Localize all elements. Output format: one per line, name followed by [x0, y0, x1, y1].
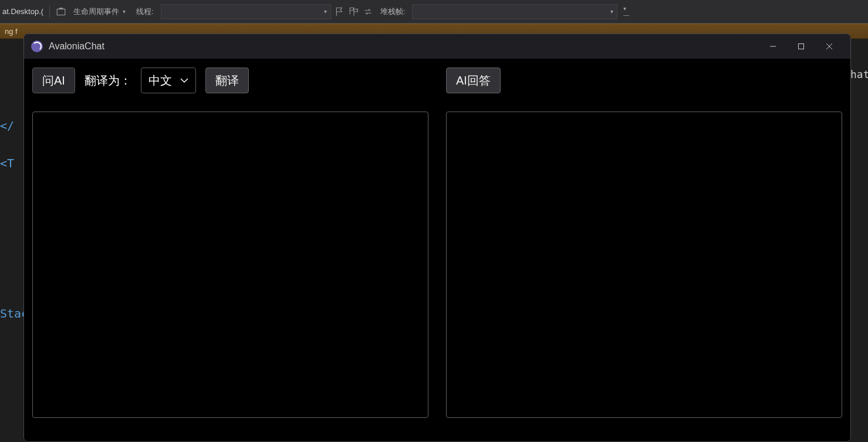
- minimize-icon: [769, 43, 776, 50]
- right-column-header: AI回答: [446, 67, 842, 94]
- output-textarea[interactable]: [446, 112, 842, 418]
- window-content: 问AI 翻译为： 中文 翻译 AI回答: [24, 59, 850, 441]
- lifecycle-icon[interactable]: [56, 6, 66, 17]
- ask-ai-button[interactable]: 问AI: [32, 68, 75, 93]
- flag-icon[interactable]: [335, 6, 345, 17]
- maximize-icon: [798, 43, 805, 50]
- ai-answer-button[interactable]: AI回答: [446, 68, 501, 93]
- minimize-button[interactable]: [759, 34, 787, 59]
- app-icon: [31, 41, 43, 52]
- svg-rect-1: [59, 8, 63, 9]
- notification-text-left: ng f: [5, 27, 18, 36]
- swap-icon[interactable]: [363, 6, 373, 17]
- window-titlebar[interactable]: AvaloniaChat: [24, 34, 850, 59]
- language-selected-value: 中文: [148, 73, 172, 89]
- translate-to-label: 翻译为：: [85, 73, 131, 89]
- editor-background-right: hat.: [850, 39, 868, 442]
- translate-button[interactable]: 翻译: [205, 68, 249, 93]
- maximize-button[interactable]: [787, 34, 815, 59]
- editor-background-left: </ <T Stac Gri ckP <E <T Stac: [0, 39, 23, 442]
- process-name[interactable]: at.Desktop.(: [2, 7, 43, 16]
- dropdown-arrow-icon: ▾: [123, 8, 126, 15]
- thread-label: 线程:: [133, 5, 157, 18]
- thread-dropdown[interactable]: [161, 4, 331, 19]
- stackframe-dropdown[interactable]: [412, 4, 617, 19]
- stackframe-label: 堆栈帧:: [377, 5, 409, 18]
- svg-rect-0: [57, 9, 65, 15]
- left-column: 问AI 翻译为： 中文 翻译: [32, 67, 428, 418]
- chevron-down-icon: [180, 77, 188, 83]
- lifecycle-label: 生命周期事件: [73, 6, 119, 17]
- toolbar-overflow-icon[interactable]: ▾—: [621, 3, 631, 21]
- flags-icon[interactable]: [349, 6, 359, 17]
- lifecycle-events-dropdown[interactable]: 生命周期事件 ▾: [70, 5, 129, 18]
- right-column: AI回答: [446, 67, 842, 418]
- left-column-header: 问AI 翻译为： 中文 翻译: [32, 67, 428, 94]
- window-title: AvaloniaChat: [49, 41, 104, 52]
- avalonia-chat-window: AvaloniaChat 问AI 翻译为： 中文 翻译: [23, 33, 851, 442]
- close-button[interactable]: [815, 34, 843, 59]
- close-icon: [826, 43, 833, 50]
- language-combobox[interactable]: 中文: [141, 68, 196, 93]
- window-controls: [759, 34, 843, 59]
- svg-rect-3: [799, 44, 804, 49]
- vs-debug-toolbar: at.Desktop.( 生命周期事件 ▾ 线程: 堆栈帧: ▾—: [0, 0, 868, 23]
- input-textarea[interactable]: [32, 112, 428, 418]
- toolbar-separator: [49, 5, 50, 18]
